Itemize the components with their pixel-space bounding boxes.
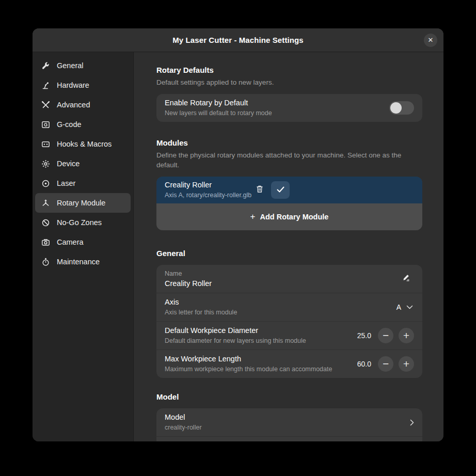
minus-icon: − xyxy=(382,360,389,368)
sidebar-item-laser[interactable]: Laser xyxy=(35,173,131,193)
crossed-tools-icon xyxy=(41,101,50,109)
sidebar-item-label: Maintenance xyxy=(57,258,100,266)
sidebar-item-device[interactable]: Device xyxy=(35,154,131,173)
axis-subtitle: Axis letter for this module xyxy=(165,308,396,317)
general-heading: General xyxy=(156,249,422,258)
axis-title: Axis xyxy=(165,297,396,307)
plus-icon: + xyxy=(403,331,409,340)
gear-icon xyxy=(41,160,50,168)
edit-name-button[interactable] xyxy=(398,271,414,287)
name-value: Creality Roller xyxy=(165,279,398,289)
sidebar-item-general[interactable]: General xyxy=(35,56,131,75)
axis-row[interactable]: Axis Axis letter for this module A xyxy=(156,293,422,321)
settings-sidebar: GeneralHardwareAdvancedG-codeHooks & Mac… xyxy=(33,52,134,441)
minus-icon: − xyxy=(382,331,389,340)
sidebar-item-label: Device xyxy=(57,160,80,168)
rotary-defaults-heading: Rotary Defaults xyxy=(156,66,422,75)
settings-content: Rotary Defaults Default settings applied… xyxy=(134,52,443,441)
diameter-decrease-button[interactable]: − xyxy=(378,328,393,343)
toggle-knob xyxy=(390,102,402,114)
robot-arm-icon xyxy=(41,81,50,90)
plus-icon: + xyxy=(250,212,256,222)
sidebar-item-advanced[interactable]: Advanced xyxy=(35,95,131,115)
diameter-increase-button[interactable]: + xyxy=(399,328,414,343)
enable-rotary-subtitle: New layers will default to rotary mode xyxy=(165,109,389,118)
modules-subtitle: Define the physical rotary modules attac… xyxy=(156,150,415,170)
chevron-right-icon xyxy=(410,419,414,426)
machine-settings-window: My Laser Cutter - Machine Settings ✕ Gen… xyxy=(33,28,443,441)
window-title: My Laser Cutter - Machine Settings xyxy=(172,36,303,44)
diameter-subtitle: Default diameter for new layers using th… xyxy=(165,337,357,345)
titlebar: My Laser Cutter - Machine Settings ✕ xyxy=(33,28,443,52)
model-title: Model xyxy=(165,412,410,422)
camera-icon xyxy=(41,238,50,247)
prohibition-icon xyxy=(41,218,50,227)
sidebar-item-label: General xyxy=(57,61,84,70)
name-row[interactable]: Name Creality Roller xyxy=(156,265,422,293)
rotary-axis-icon xyxy=(41,199,50,208)
add-rotary-module-label: Add Rotary Module xyxy=(260,213,329,221)
sidebar-item-maintenance[interactable]: Maintenance xyxy=(35,252,131,272)
max-workpiece-length-row: Max Workpiece Length Maximum workpiece l… xyxy=(156,350,422,378)
axis-dropdown[interactable]: A xyxy=(396,303,414,311)
plus-icon: + xyxy=(403,360,409,368)
gcode-icon xyxy=(41,120,50,129)
sidebar-item-label: Rotary Module xyxy=(57,199,105,207)
check-icon xyxy=(277,186,284,194)
enable-rotary-title: Enable Rotary by Default xyxy=(165,98,389,108)
close-icon: ✕ xyxy=(428,36,434,44)
sidebar-item-label: Advanced xyxy=(57,101,90,109)
model-row[interactable]: Model creality-roller xyxy=(156,408,422,436)
modules-heading: Modules xyxy=(156,138,422,148)
rotary-defaults-subtitle: Default settings applied to new layers. xyxy=(156,77,422,87)
sidebar-item-hooks-macros[interactable]: Hooks & Macros xyxy=(35,134,131,154)
add-rotary-module-button[interactable]: + Add Rotary Module xyxy=(156,203,422,230)
model-value: creality-roller xyxy=(165,423,410,432)
sidebar-item-rotary-module[interactable]: Rotary Module xyxy=(35,193,131,213)
close-button[interactable]: ✕ xyxy=(424,34,437,47)
stopwatch-icon xyxy=(41,258,50,266)
length-increase-button[interactable]: + xyxy=(399,356,414,372)
sidebar-item-gcode[interactable]: G-code xyxy=(35,115,131,134)
default-workpiece-diameter-row: Default Workpiece Diameter Default diame… xyxy=(156,321,422,350)
diameter-title: Default Workpiece Diameter xyxy=(165,326,357,336)
laser-dot-icon xyxy=(41,179,50,188)
sidebar-item-label: No-Go Zones xyxy=(57,218,102,227)
sidebar-item-label: Camera xyxy=(57,238,84,246)
sidebar-item-no-go-zones[interactable]: No-Go Zones xyxy=(35,213,131,232)
length-value: 60.0 xyxy=(357,360,371,368)
edit-pencil-icon xyxy=(402,274,410,284)
module-row-creality-roller[interactable]: Creality Roller Axis A, rotary/creality-… xyxy=(156,177,422,203)
name-label: Name xyxy=(165,269,398,278)
length-subtitle: Maximum workpiece length this module can… xyxy=(165,365,357,374)
sidebar-item-label: Hooks & Macros xyxy=(57,140,112,148)
enable-rotary-row: Enable Rotary by Default New layers will… xyxy=(156,94,422,122)
select-default-module-button[interactable] xyxy=(271,181,290,199)
chevron-down-icon xyxy=(406,305,413,309)
length-decrease-button[interactable]: − xyxy=(378,356,393,372)
diameter-value: 25.0 xyxy=(357,331,371,340)
trash-icon xyxy=(256,185,264,195)
sidebar-item-label: Laser xyxy=(57,179,75,187)
sidebar-item-label: Hardware xyxy=(57,81,89,89)
macro-icon xyxy=(41,140,50,149)
module-name: Creality Roller xyxy=(165,180,251,190)
module-details: Axis A, rotary/creality-roller.glb xyxy=(165,191,251,200)
axis-value: A xyxy=(396,303,401,311)
enable-rotary-toggle[interactable] xyxy=(389,101,414,115)
model-heading: Model xyxy=(156,392,422,402)
sidebar-item-label: G-code xyxy=(57,120,82,129)
length-title: Max Workpiece Length xyxy=(165,354,357,364)
sidebar-item-camera[interactable]: Camera xyxy=(35,232,131,252)
delete-module-button[interactable] xyxy=(251,182,268,198)
wrench-icon xyxy=(41,61,50,70)
scale-row: Scale − + xyxy=(156,436,422,441)
sidebar-item-hardware[interactable]: Hardware xyxy=(35,75,131,95)
